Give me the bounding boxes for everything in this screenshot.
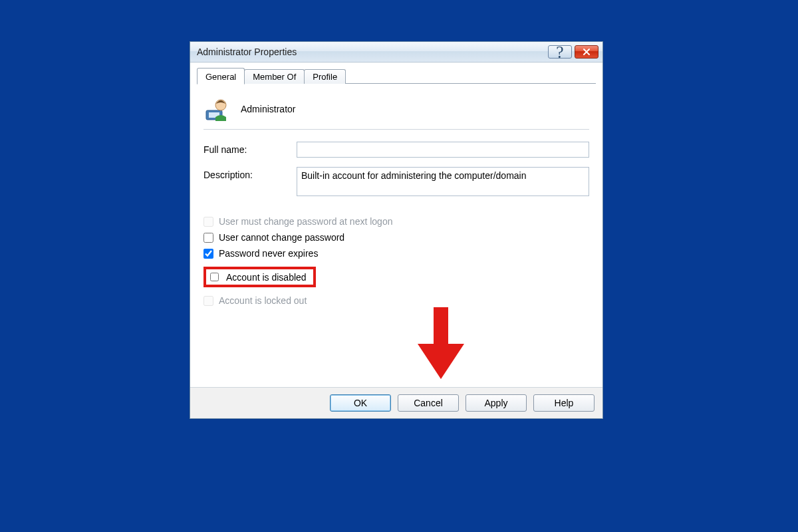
label-full-name: Full name:: [203, 142, 297, 155]
titlebar[interactable]: Administrator Properties ?: [190, 42, 602, 63]
user-icon: [203, 96, 230, 122]
dialog-footer: OK Cancel Apply Help: [190, 387, 602, 418]
label-description: Description:: [203, 167, 297, 180]
option-password-never-expires[interactable]: Password never expires: [203, 248, 589, 259]
cancel-button[interactable]: Cancel: [398, 394, 459, 412]
tab-member-of[interactable]: Member Of: [244, 69, 305, 84]
account-header: Administrator: [203, 96, 589, 122]
label-account-disabled: Account is disabled: [226, 272, 307, 283]
checkbox-account-locked-out: [203, 296, 213, 306]
divider: [203, 129, 589, 130]
tab-profile[interactable]: Profile: [304, 69, 346, 84]
input-full-name[interactable]: [297, 142, 589, 158]
row-description: Description: Built-in account for admini…: [203, 167, 589, 196]
window-title: Administrator Properties: [197, 47, 545, 57]
label-cannot-change-password: User cannot change password: [219, 232, 344, 243]
option-must-change-password: User must change password at next logon: [203, 216, 589, 227]
svg-text:?: ?: [556, 43, 563, 62]
apply-button[interactable]: Apply: [466, 394, 527, 412]
checkbox-cannot-change-password[interactable]: [203, 233, 213, 243]
account-name: Administrator: [241, 104, 295, 114]
help-button[interactable]: Help: [533, 394, 595, 412]
tab-general[interactable]: General: [197, 68, 245, 84]
checkbox-account-disabled[interactable]: [210, 273, 219, 281]
label-account-locked-out: Account is locked out: [219, 295, 307, 306]
input-description[interactable]: Built-in account for administering the c…: [297, 167, 589, 196]
annotation-arrow-icon: [418, 307, 464, 380]
tab-pane-general: Administrator Full name: Description: Bu…: [190, 84, 602, 387]
dialog-administrator-properties: Administrator Properties ? General Membe…: [190, 41, 603, 419]
ok-button[interactable]: OK: [330, 394, 391, 412]
row-full-name: Full name:: [203, 142, 589, 158]
help-button-icon[interactable]: ?: [548, 45, 572, 59]
label-password-never-expires: Password never expires: [219, 248, 318, 259]
tab-strip: General Member Of Profile: [190, 63, 602, 84]
option-account-locked-out: Account is locked out: [203, 295, 589, 306]
label-must-change-password: User must change password at next logon: [219, 216, 392, 227]
close-button[interactable]: [575, 45, 598, 59]
checkbox-must-change-password: [203, 217, 213, 227]
highlight-account-disabled: Account is disabled: [203, 267, 316, 287]
option-cannot-change-password[interactable]: User cannot change password: [203, 232, 589, 243]
checkbox-password-never-expires[interactable]: [203, 249, 213, 259]
